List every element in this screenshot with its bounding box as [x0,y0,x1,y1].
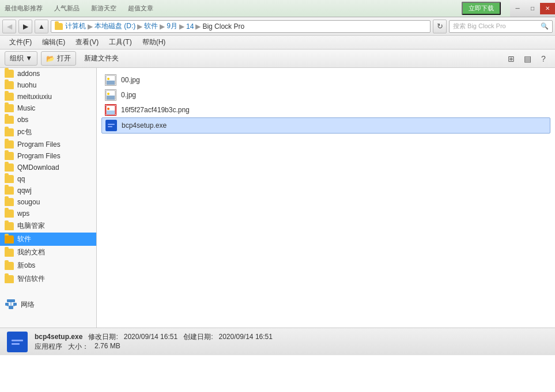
breadcrumb-software[interactable]: 软件 [144,21,158,31]
folder-pc[interactable]: pc包 [0,125,96,139]
toolbar-right: ⊞ ▤ ? [504,52,550,65]
folder-huohu[interactable]: huohu [0,79,96,91]
jpg-icon [105,89,116,101]
pane-button[interactable]: ▤ [520,52,534,65]
status-created-date: 2020/09/14 16:51 [218,333,272,341]
folder-icon [5,210,14,218]
svg-rect-20 [12,340,23,341]
folder-icon [5,222,14,230]
menu-file[interactable]: 文件(F) [5,36,36,48]
folder-icon [5,128,14,136]
up-button[interactable]: ▲ [35,20,48,33]
left-panel: addons huohu meituxiuxiu Music obs pc包 [0,68,97,328]
status-modified-label: 修改日期: [88,332,118,342]
search-box[interactable]: 搜索 Big Clock Pro 🔍 [449,20,553,33]
breadcrumb-drive[interactable]: 本地磁盘 (D:) [95,21,135,31]
breadcrumb: 计算机 ▶ 本地磁盘 (D:) ▶ 软件 ▶ 9月 ▶ 14 ▶ Big Clo… [51,20,431,33]
status-filename: bcp4setup.exe [35,333,82,341]
right-panel: 00.jpg 0.jpg [97,68,555,328]
folder-icon [5,104,14,112]
status-size-value: 2.76 MB [95,342,120,352]
svg-rect-0 [9,306,13,309]
address-bar: ◀ ▶ ▲ 计算机 ▶ 本地磁盘 (D:) ▶ 软件 ▶ 9月 ▶ 14 ▶ B… [0,17,555,36]
exe-icon [105,120,117,131]
folder-icon [5,163,14,172]
folder-mydocs[interactable]: 我的文档 [0,246,96,259]
svg-rect-16 [107,121,116,130]
window-controls: ─ □ ✕ [510,0,555,17]
open-button[interactable]: 📂 打开 [41,51,76,66]
main-content: addons huohu meituxiuxiu Music obs pc包 [0,68,555,328]
status-size-label: 大小： [68,342,89,352]
ad-item-2: 人气新品 [54,4,80,13]
folder-pcmanager[interactable]: 电脑管家 [0,219,96,233]
svg-rect-21 [12,343,20,345]
maximize-button[interactable]: □ [525,3,540,14]
search-placeholder: 搜索 Big Clock Pro [453,22,538,31]
download-button[interactable]: 立即下载 [462,2,501,15]
file-list: 00.jpg 0.jpg [97,68,555,328]
folder-music[interactable]: Music [0,102,96,114]
folder-qqwj[interactable]: qqwj [0,185,96,196]
menu-view[interactable]: 查看(V) [71,36,103,48]
refresh-button[interactable]: ↻ [433,20,447,33]
minimize-button[interactable]: ─ [510,3,525,14]
breadcrumb-current[interactable]: Big Clock Pro [202,22,244,31]
ad-item-3: 新游天空 [91,4,116,13]
svg-point-15 [107,108,110,110]
breadcrumb-computer[interactable]: 计算机 [65,21,86,31]
back-button[interactable]: ◀ [2,20,16,33]
network-item[interactable]: 网络 [0,297,96,312]
ad-item-1: 最佳电影推荐 [5,4,43,13]
file-exe[interactable]: bcp4setup.exe [101,117,550,134]
view-toggle-button[interactable]: ⊞ [504,52,518,65]
toolbar: 组织 ▼ 📂 打开 新建文件夹 ⊞ ▤ ? [0,50,555,68]
svg-rect-2 [13,303,17,306]
folder-icon [5,152,14,160]
breadcrumb-day[interactable]: 14 [186,22,194,31]
svg-rect-19 [10,335,24,349]
svg-rect-1 [5,303,9,306]
svg-line-5 [11,306,15,306]
ads-bar: 最佳电影推荐 人气新品 新游天空 超值文章 立即下载 [0,0,510,17]
network-icon [5,299,17,310]
svg-rect-11 [107,96,115,100]
svg-rect-3 [7,299,15,302]
folder-sougou[interactable]: sougou [0,196,96,208]
file-png[interactable]: 16f5f27acf419b3c.png [101,102,550,117]
folder-meituxiuxiu[interactable]: meituxiuxiu [0,91,96,102]
network-label: 网络 [21,300,35,310]
folder-zhixin[interactable]: 智信软件 [0,272,96,286]
status-bar: bcp4setup.exe 修改日期: 2020/09/14 16:51 创建日… [0,328,555,355]
menu-tools[interactable]: 工具(T) [104,36,136,48]
folder-software[interactable]: 软件 [0,233,96,246]
folder-wps[interactable]: wps [0,208,96,219]
close-button[interactable]: ✕ [540,3,555,14]
folder-qmdownload[interactable]: QMDownload [0,162,96,173]
forward-button[interactable]: ▶ [18,20,32,33]
status-file-icon [7,332,28,352]
organize-button[interactable]: 组织 ▼ [5,51,37,66]
file-00jpg[interactable]: 00.jpg [101,73,550,87]
folder-icon [5,81,14,89]
help-button[interactable]: ? [537,52,550,65]
status-type: 应用程序 [35,342,62,352]
open-icon: 📂 [46,55,55,63]
menu-help[interactable]: 帮助(H) [138,36,171,48]
folder-addons[interactable]: addons [0,68,96,79]
new-folder-button[interactable]: 新建文件夹 [80,52,123,65]
svg-line-4 [7,306,11,306]
file-name: bcp4setup.exe [122,121,167,130]
folder-obs[interactable]: obs [0,114,96,125]
folder-programfiles2[interactable]: Program Files [0,150,96,162]
menu-edit[interactable]: 编辑(E) [37,36,70,48]
svg-rect-8 [107,81,115,85]
folder-programfiles1[interactable]: Program Files [0,139,96,150]
svg-point-12 [107,93,110,95]
folder-icon [5,187,14,195]
file-0jpg[interactable]: 0.jpg [101,87,550,102]
folder-qq[interactable]: qq [0,173,96,185]
file-name: 16f5f27acf419b3c.png [121,106,190,114]
breadcrumb-month[interactable]: 9月 [167,21,178,31]
folder-newobs[interactable]: 新obs [0,259,96,272]
